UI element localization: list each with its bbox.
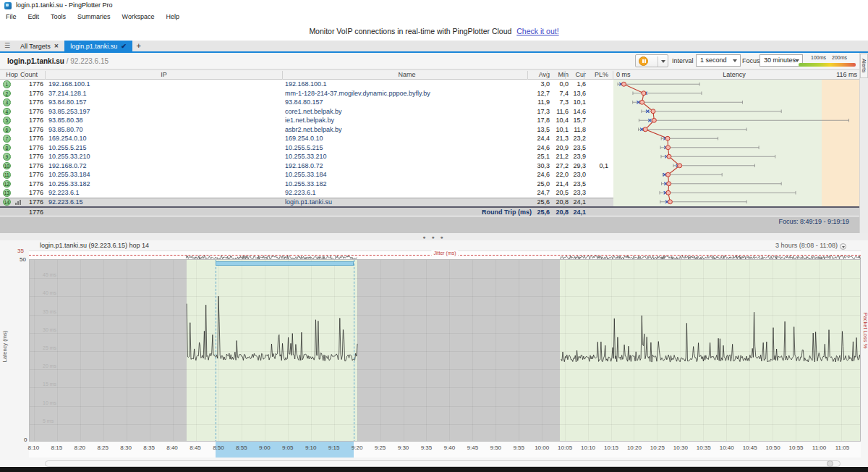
- timeline-title: login.p1.tanki.su (92.223.6.15) hop 14: [40, 242, 149, 249]
- column-divider: [613, 71, 613, 80]
- hop-ip: 10.255.33.210: [48, 152, 90, 161]
- splitter-grip-icon: ● ● ●: [422, 235, 446, 240]
- hop-ip: 192.168.100.1: [48, 80, 90, 89]
- column-divider: [547, 71, 548, 80]
- hop-ip: 169.254.0.10: [48, 134, 87, 143]
- hop-count: 1776: [14, 152, 43, 161]
- timeline-range-dropdown-icon[interactable]: [840, 243, 846, 250]
- hop-ip: 10.255.33.184: [48, 170, 90, 180]
- chevron-down-icon[interactable]: [661, 60, 665, 63]
- hop-packet-loss: [584, 143, 608, 153]
- time-axis: 8:108:158:208:258:308:358:408:458:508:55…: [29, 442, 861, 458]
- hop-cur: 23,0: [566, 170, 586, 180]
- hop-count: 1776: [14, 98, 43, 107]
- selection-end-handle[interactable]: [354, 260, 354, 442]
- hop-cur: 24,1: [566, 198, 586, 207]
- hop-avg: 17,3: [528, 107, 550, 117]
- column-divider: [584, 71, 584, 80]
- column-count[interactable]: Count: [14, 70, 43, 80]
- hop-count: 1776: [14, 89, 43, 98]
- selection-start-handle[interactable]: [216, 260, 216, 442]
- y-axis-max: 50: [20, 256, 26, 263]
- close-button[interactable]: [843, 0, 868, 11]
- tab-all-targets[interactable]: All Targets ✕: [14, 41, 64, 51]
- trace-summary-pane: login.p1.tanki.su / 92.223.6.15 Interval…: [0, 53, 868, 233]
- target-ip: 92.223.6.15: [70, 57, 109, 65]
- hop-cur: 23,3: [566, 188, 586, 198]
- timeline-pane: login.p1.tanki.su (92.223.6.15) hop 14 3…: [0, 240, 868, 467]
- jitter-strip: Jitter (ms): [29, 250, 861, 259]
- menu-summaries[interactable]: Summaries: [72, 12, 116, 22]
- timeline-range-label[interactable]: 3 hours (8:08 - 11:08): [775, 242, 838, 249]
- interval-select[interactable]: 1 second: [696, 54, 741, 67]
- hop-number-badge: 12: [3, 180, 11, 188]
- app-icon: [4, 2, 12, 9]
- hop-packet-loss: [584, 98, 608, 107]
- hop-ip: 93.85.253.197: [48, 107, 90, 117]
- hop-ip: 92.223.6.15: [48, 198, 83, 207]
- column-ip[interactable]: IP: [46, 70, 282, 80]
- hop-cur: 10,1: [566, 98, 586, 107]
- hop-number-badge: 9: [3, 153, 11, 161]
- column-latency[interactable]: Latency: [680, 70, 788, 80]
- pane-splitter[interactable]: ● ● ●: [0, 233, 868, 240]
- focus-range-caption: Focus: 8:49:19 - 9:19:19: [778, 218, 849, 225]
- hop-name: 93.84.80.157: [285, 98, 323, 107]
- summary-header: login.p1.tanki.su / 92.223.6.15 Interval…: [0, 53, 868, 69]
- minimize-button[interactable]: [794, 0, 819, 11]
- tab-login-p1-tanki-su[interactable]: login.p1.tanki.su ✔: [64, 41, 132, 51]
- pause-icon: [639, 56, 648, 66]
- hop-cur: 23,2: [566, 134, 586, 143]
- menu-edit[interactable]: Edit: [22, 12, 46, 22]
- scrollbar-thumb[interactable]: [827, 460, 833, 467]
- menu-tools[interactable]: Tools: [45, 12, 72, 22]
- hop-cur: 13,6: [566, 89, 586, 98]
- hop-packet-loss: [584, 134, 608, 143]
- focus-select[interactable]: 30 minutes: [760, 54, 803, 67]
- column-divider: [24, 71, 25, 80]
- column-cur[interactable]: Cur: [566, 70, 586, 80]
- hop-ip: 37.214.128.1: [48, 89, 87, 98]
- menu-workspace[interactable]: Workspace: [116, 12, 161, 22]
- timeline-scrollbar[interactable]: [45, 460, 841, 467]
- column-divider: [527, 71, 528, 80]
- hop-packet-loss: [584, 198, 608, 207]
- alerts-tab[interactable]: Alerts: [860, 54, 868, 78]
- selection-band[interactable]: [216, 261, 354, 266]
- pause-button[interactable]: [635, 54, 668, 67]
- hop-packet-loss: [584, 80, 608, 89]
- promo-link[interactable]: Check it out!: [516, 27, 558, 35]
- hop-packet-loss: [584, 116, 608, 125]
- hop-avg: 24,6: [528, 170, 550, 180]
- column-divider: [282, 71, 283, 80]
- window-title: login.p1.tanki.su - PingPlotter Pro: [16, 1, 113, 9]
- hop-avg: 24,6: [528, 143, 550, 153]
- hop-number-badge: 4: [3, 108, 11, 116]
- promo-banner: Monitor VoIP connections in real-time wi…: [0, 22, 868, 41]
- title-bar: login.p1.tanki.su - PingPlotter Pro: [0, 0, 868, 12]
- hop-number-badge: 6: [3, 126, 11, 134]
- column-pl[interactable]: PL%: [584, 70, 608, 80]
- hop-cur: 29,3: [566, 161, 586, 171]
- hop-count: 1776: [14, 80, 43, 89]
- hop-cur: 23,5: [566, 143, 586, 153]
- table-header: Hop Count IP Name Avg Min Cur PL% 0 ms L…: [0, 69, 859, 80]
- column-name[interactable]: Name: [282, 70, 532, 80]
- menu-file[interactable]: File: [0, 12, 22, 22]
- hop-packet-loss: [584, 170, 608, 180]
- hop-count: 1776: [14, 143, 43, 153]
- menu-help[interactable]: Help: [160, 12, 185, 22]
- maximize-button[interactable]: [819, 0, 843, 11]
- latency-timeline-plot[interactable]: 45 ms40 ms35 ms30 ms25 ms20 ms15 ms10 ms…: [29, 259, 861, 442]
- hop-packet-loss: 0,1: [584, 161, 608, 171]
- bottom-bar: [0, 467, 868, 472]
- hop-avg: 30,3: [528, 161, 550, 171]
- tab-close-icon[interactable]: ✕: [54, 43, 59, 49]
- hop-name: 92.223.6.1: [285, 188, 316, 198]
- hamburger-icon[interactable]: ☰: [0, 41, 14, 51]
- hop-cur: 11,8: [566, 125, 586, 135]
- hop-count: 1776: [14, 188, 43, 198]
- new-tab-button[interactable]: +: [132, 41, 145, 51]
- hop-number-badge: 1: [3, 80, 11, 88]
- hop-packet-loss: [584, 188, 608, 198]
